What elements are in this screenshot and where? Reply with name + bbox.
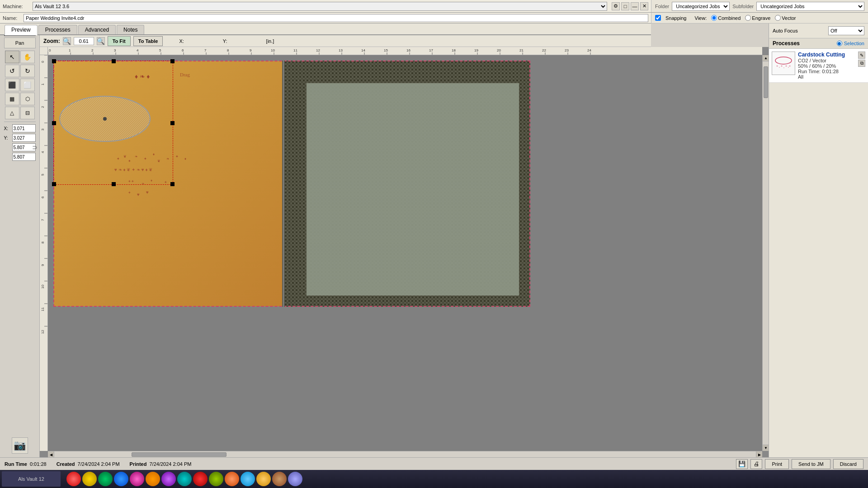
rotate-cw-tool[interactable]: ↻	[20, 65, 35, 77]
zoom-value-input[interactable]	[74, 37, 94, 45]
unit-label: [in.]	[266, 38, 274, 44]
svg-text:0: 0	[41, 61, 45, 63]
monitor-icon[interactable]: □	[621, 2, 629, 10]
svg-text:3: 3	[41, 128, 45, 131]
view-engrave[interactable]: Engrave	[745, 15, 770, 21]
save-file-btn[interactable]: 💾	[736, 459, 748, 469]
pan-tool[interactable]: ✋	[20, 51, 35, 63]
y-field[interactable]	[12, 134, 36, 142]
svg-text:14: 14	[361, 48, 365, 52]
svg-text:19: 19	[474, 48, 478, 52]
taskbar-icon-14[interactable]	[272, 472, 287, 486]
taskbar-icon-10[interactable]	[209, 472, 223, 486]
pan-btn[interactable]: Pan	[4, 38, 36, 48]
zoom-in-btn[interactable]: 🔍	[97, 37, 105, 45]
taskbar-icon-3[interactable]	[98, 472, 113, 486]
v-scrollbar[interactable]: ▲ ▼	[762, 55, 769, 451]
tab-preview[interactable]: Preview	[5, 25, 38, 35]
auto-focus-select[interactable]: Off	[828, 26, 864, 35]
name-input[interactable]	[24, 14, 648, 22]
grid-tool[interactable]: ▦	[5, 93, 19, 105]
svg-text:11: 11	[41, 307, 45, 311]
svg-text:21: 21	[519, 48, 524, 52]
x-field[interactable]	[12, 124, 36, 132]
h-scrollbar[interactable]: ◀ ▶	[48, 451, 762, 457]
process-item[interactable]: Cardstock Cutting CO2 / Vector 50% / 60%…	[769, 49, 868, 83]
discard-btn[interactable]: Discard	[833, 459, 863, 469]
camera-capture-btn[interactable]: 📷	[12, 437, 28, 454]
svg-text:20: 20	[497, 48, 501, 52]
svg-text:2: 2	[41, 106, 45, 108]
tab-processes[interactable]: Processes	[38, 25, 77, 34]
svg-text:16: 16	[406, 48, 410, 52]
h-scrollbar-thumb[interactable]	[132, 452, 226, 457]
machine-select[interactable]: Als Vault 12 3.6	[33, 2, 607, 11]
flip-h-tool[interactable]: ⬛	[5, 79, 19, 91]
zoom-out-btn[interactable]: 🔍	[63, 37, 71, 45]
svg-point-115	[779, 67, 780, 68]
taskbar-app[interactable]: Als Vault 12	[2, 471, 61, 487]
created-label: Created	[57, 461, 75, 467]
svg-rect-85	[307, 83, 519, 296]
svg-text:22: 22	[542, 48, 546, 52]
print-preview-btn[interactable]: 🖨	[750, 459, 762, 469]
close-icon[interactable]: ✕	[640, 2, 648, 10]
svg-text:12: 12	[41, 330, 45, 334]
subfolder-select[interactable]: Uncategorized Jobs	[756, 2, 864, 11]
process-copy-btn[interactable]: ⧉	[858, 60, 865, 67]
minimize-icon[interactable]: —	[631, 2, 639, 10]
taskbar-icon-7[interactable]	[161, 472, 176, 486]
align-tool[interactable]: ⊟	[20, 107, 35, 119]
svg-rect-112	[773, 52, 794, 74]
to-table-btn[interactable]: To Table	[133, 36, 163, 46]
ellipse-object[interactable]	[58, 95, 152, 143]
rotate-ccw-tool[interactable]: ↺	[5, 65, 19, 77]
x-coord-label: X:	[179, 38, 184, 44]
taskbar-icon-2[interactable]	[82, 472, 97, 486]
snapping-checkbox[interactable]	[655, 15, 661, 21]
h-field[interactable]	[12, 153, 36, 161]
select-tool[interactable]: ↖	[5, 51, 19, 63]
svg-text:5: 5	[41, 174, 45, 176]
taskbar-icon-9[interactable]	[193, 472, 208, 486]
selection-radio[interactable]	[837, 41, 842, 46]
y-coord-label: Y:	[223, 38, 227, 44]
taskbar-icon-6[interactable]	[146, 472, 160, 486]
taskbar-icon-13[interactable]	[256, 472, 271, 486]
svg-text:4: 4	[137, 48, 139, 52]
taskbar-icon-11[interactable]	[225, 472, 239, 486]
v-scrollbar-thumb[interactable]	[764, 66, 768, 98]
svg-text:6: 6	[41, 196, 45, 198]
folder-select[interactable]: Uncategorized Jobs	[672, 2, 730, 11]
svg-text:23: 23	[565, 48, 569, 52]
triangle-tool[interactable]: △	[5, 107, 19, 119]
svg-text:6: 6	[182, 48, 184, 52]
cursor-position	[769, 83, 868, 457]
taskbar-icon-12[interactable]	[241, 472, 255, 486]
print-btn[interactable]: Print	[765, 459, 789, 469]
process-name: Cardstock Cutting	[798, 52, 855, 58]
taskbar-icon-5[interactable]	[130, 472, 144, 486]
taskbar-icon-4[interactable]	[114, 472, 128, 486]
svg-text:2: 2	[91, 48, 94, 52]
svg-text:9: 9	[250, 48, 252, 52]
tab-advanced[interactable]: Advanced	[78, 25, 116, 34]
flip-v-tool[interactable]: ⬜	[20, 79, 35, 91]
svg-point-114	[777, 66, 778, 67]
taskbar-icon-8[interactable]	[177, 472, 192, 486]
taskbar-icon-15[interactable]	[288, 472, 302, 486]
send-to-jm-btn[interactable]: Send to JM	[792, 459, 830, 469]
process-edit-btn[interactable]: ✎	[858, 52, 865, 59]
to-fit-btn[interactable]: To Fit	[108, 36, 131, 46]
process-detail1: CO2 / Vector	[798, 58, 855, 63]
view-vector[interactable]: Vector	[775, 15, 796, 21]
settings-icon[interactable]: ⚙	[612, 2, 620, 10]
svg-text:4: 4	[41, 151, 45, 153]
canvas-viewport[interactable]: ♦ ❧ ♦ Drag ✦ ❦ ✦ ❧ ✦ ♦ ❦ ❧ ✦ ♦ ♥ ❧ ♦ ❦ ✦…	[48, 55, 762, 451]
path-tool[interactable]: ⬡	[20, 93, 35, 105]
svg-text:18: 18	[452, 48, 456, 52]
taskbar-icon-1[interactable]	[66, 472, 81, 486]
view-combined[interactable]: Combined	[711, 15, 741, 21]
svg-text:11: 11	[293, 48, 297, 52]
tab-notes[interactable]: Notes	[117, 25, 144, 34]
